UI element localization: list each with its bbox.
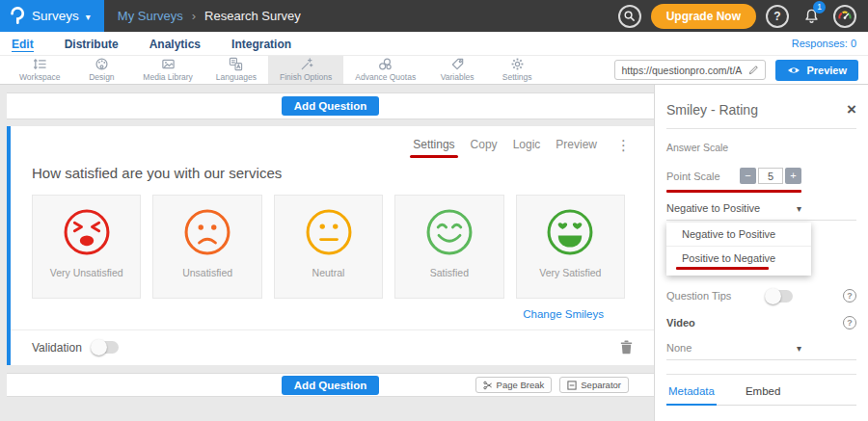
translate-icon bbox=[229, 57, 243, 71]
toolbar-item-workspace[interactable]: Workspace bbox=[8, 56, 71, 84]
image-icon bbox=[161, 57, 176, 71]
workspace-icon bbox=[33, 57, 47, 71]
neutral-smiley-icon bbox=[303, 206, 355, 258]
validation-toggle[interactable] bbox=[92, 341, 119, 354]
video-select[interactable]: None ▾ bbox=[666, 342, 856, 360]
question-tab-copy[interactable]: Copy bbox=[471, 138, 498, 151]
toolbar-item-variables[interactable]: Variables bbox=[427, 56, 487, 84]
scale-direction-select[interactable]: Negative to Positive ▾ bbox=[666, 202, 856, 221]
question-card-tabs: Settings Copy Logic Preview ⋮ bbox=[11, 134, 654, 155]
survey-health-button[interactable] bbox=[833, 5, 856, 28]
option-negative-to-positive[interactable]: Negative to Positive bbox=[666, 223, 811, 247]
point-scale-decrease-button[interactable]: − bbox=[740, 168, 756, 184]
tab-edit[interactable]: Edit bbox=[12, 36, 34, 52]
survey-url-box bbox=[614, 60, 766, 80]
very-satisfied-smiley-icon bbox=[544, 206, 596, 258]
add-question-button-top[interactable]: Add Question bbox=[282, 96, 379, 116]
chevron-down-icon: ▾ bbox=[797, 343, 801, 354]
help-button[interactable]: ? bbox=[766, 5, 789, 28]
question-tips-label: Question Tips bbox=[666, 290, 766, 302]
toolbar-item-design[interactable]: Design bbox=[71, 56, 131, 84]
smiley-scale: Very Unsatisfied Unsatisfied Neutral Sat… bbox=[11, 189, 654, 299]
validation-row: Validation bbox=[11, 329, 654, 365]
chevron-down-icon: ▾ bbox=[797, 203, 801, 214]
more-options-icon[interactable]: ⋮ bbox=[612, 138, 635, 152]
separator-icon bbox=[567, 381, 577, 390]
eye-icon bbox=[787, 66, 800, 75]
separator-button[interactable]: Separator bbox=[559, 377, 629, 393]
video-row: Video ? bbox=[666, 316, 856, 329]
edit-toolbar: Workspace Design Media Library Languages… bbox=[0, 56, 868, 85]
strip-right-actions: Page Break Separator bbox=[475, 377, 629, 393]
toolbar-right: Preview bbox=[614, 56, 868, 84]
breadcrumb-current-survey: Research Survey bbox=[204, 9, 301, 23]
surveys-menu-label: Surveys bbox=[32, 9, 79, 23]
unsatisfied-smiley-icon bbox=[181, 206, 233, 258]
topbar-actions: Upgrade Now ? 1 bbox=[618, 4, 868, 29]
page-break-button[interactable]: Page Break bbox=[475, 377, 553, 393]
smiley-satisfied[interactable]: Satisfied bbox=[394, 195, 503, 299]
scissors-icon bbox=[483, 381, 493, 390]
responses-count[interactable]: Responses: 0 bbox=[792, 38, 856, 49]
smiley-neutral[interactable]: Neutral bbox=[274, 195, 383, 299]
breadcrumb-separator-icon: › bbox=[192, 9, 196, 23]
question-tab-logic[interactable]: Logic bbox=[513, 138, 541, 151]
notification-badge: 1 bbox=[813, 1, 826, 13]
notifications-button[interactable]: 1 bbox=[799, 4, 824, 29]
panel-tabs: Metadata Embed bbox=[666, 377, 856, 406]
scale-direction-menu: Negative to Positive Positive to Negativ… bbox=[666, 223, 811, 276]
chevron-down-icon: ▾ bbox=[86, 12, 91, 22]
help-icon: ? bbox=[773, 10, 780, 23]
smiley-very-satisfied[interactable]: Very Satisfied bbox=[516, 195, 625, 299]
red-annotation-positive-to-negative bbox=[676, 267, 769, 270]
upgrade-now-button[interactable]: Upgrade Now bbox=[651, 4, 756, 29]
change-smileys-link[interactable]: Change Smileys bbox=[523, 308, 604, 320]
toolbar-item-languages[interactable]: Languages bbox=[204, 56, 268, 84]
add-question-strip-bottom: Add Question Page Break Separator bbox=[7, 373, 654, 397]
toolbar-item-finish-options[interactable]: Finish Options bbox=[268, 56, 343, 84]
question-tips-toggle[interactable] bbox=[766, 290, 793, 303]
smiley-very-unsatisfied[interactable]: Very Unsatisfied bbox=[32, 195, 141, 299]
question-settings-panel: Smiley - Rating × Answer Scale Point Sca… bbox=[654, 85, 868, 421]
point-scale-increase-button[interactable]: + bbox=[785, 168, 801, 184]
red-annotation-point-scale bbox=[666, 190, 801, 193]
smiley-unsatisfied[interactable]: Unsatisfied bbox=[152, 195, 261, 299]
question-tips-row: Question Tips ? bbox=[666, 289, 856, 303]
tab-embed[interactable]: Embed bbox=[744, 377, 782, 405]
gauge-icon bbox=[837, 9, 853, 24]
tag-icon bbox=[450, 57, 465, 71]
tab-integration[interactable]: Integration bbox=[231, 36, 291, 51]
surveys-product-menu[interactable]: Surveys ▾ bbox=[0, 0, 104, 32]
video-help-icon[interactable]: ? bbox=[843, 316, 856, 329]
toolbar-item-media-library[interactable]: Media Library bbox=[131, 56, 204, 84]
option-positive-to-negative[interactable]: Positive to Negative bbox=[666, 247, 811, 276]
gear-icon bbox=[510, 57, 525, 71]
question-title[interactable]: How satisfied are you with our services bbox=[11, 155, 654, 189]
question-tab-settings[interactable]: Settings bbox=[413, 138, 454, 151]
tab-distribute[interactable]: Distribute bbox=[65, 36, 119, 51]
preview-button[interactable]: Preview bbox=[775, 60, 858, 81]
red-annotation-settings bbox=[410, 155, 457, 158]
question-tips-help-icon[interactable]: ? bbox=[843, 289, 856, 303]
toolbar-item-settings[interactable]: Settings bbox=[487, 56, 547, 84]
survey-url-input[interactable] bbox=[621, 65, 745, 76]
toolbar-item-advance-quotas[interactable]: Advance Quotas bbox=[343, 56, 427, 84]
add-question-strip-top: Add Question bbox=[7, 92, 654, 119]
edit-pencil-icon[interactable] bbox=[748, 65, 759, 75]
breadcrumb-my-surveys[interactable]: My Surveys bbox=[118, 9, 183, 23]
validation-label: Validation bbox=[32, 341, 82, 355]
questionpro-logo-icon bbox=[10, 7, 25, 25]
survey-canvas: Add Question Settings Copy Logic Preview… bbox=[0, 85, 654, 421]
question-tab-preview[interactable]: Preview bbox=[556, 138, 597, 151]
chain-links-icon bbox=[378, 57, 393, 71]
question-card: Settings Copy Logic Preview ⋮ How satisf… bbox=[7, 126, 654, 365]
delete-question-button[interactable] bbox=[620, 340, 633, 355]
search-icon bbox=[623, 10, 636, 22]
point-scale-value[interactable]: 5 bbox=[758, 168, 783, 184]
trash-icon bbox=[620, 340, 633, 355]
tab-metadata[interactable]: Metadata bbox=[666, 377, 717, 406]
close-icon[interactable]: × bbox=[847, 101, 856, 118]
search-button[interactable] bbox=[618, 5, 641, 28]
add-question-button-bottom[interactable]: Add Question bbox=[282, 376, 379, 395]
tab-analytics[interactable]: Analytics bbox=[149, 36, 201, 51]
